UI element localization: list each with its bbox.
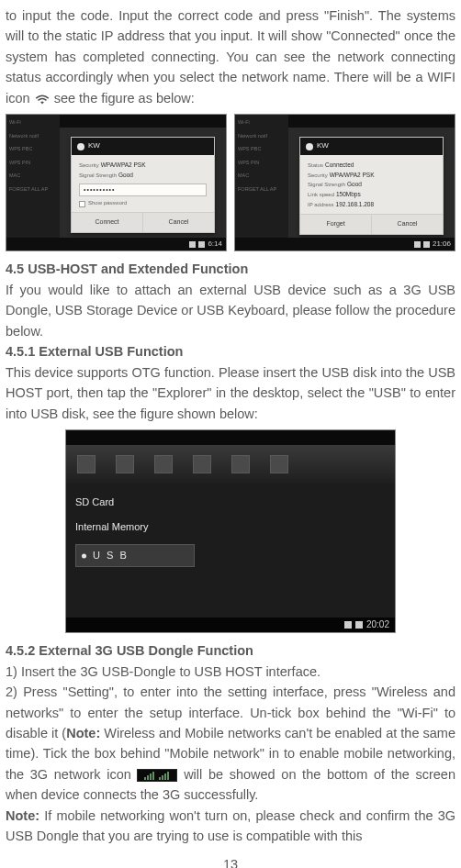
speed-value: 150Mbps <box>336 191 361 197</box>
wifi-icon <box>34 93 51 106</box>
security-label: Security <box>79 162 99 168</box>
note-text: If mobile networking won't turn on, plea… <box>6 808 455 843</box>
explorer-tab[interactable] <box>77 455 96 473</box>
signal-label: Signal Strength <box>79 172 117 178</box>
status-icon <box>355 621 363 629</box>
show-password-label: Show password <box>88 199 127 207</box>
left-item: MAC <box>9 172 57 180</box>
tab-icon <box>116 455 134 473</box>
signal-value: Good <box>347 181 362 187</box>
signal-bars-icon <box>159 772 169 780</box>
status-bar-bottom: 20:02 <box>66 618 395 632</box>
para-4-5: If you would like to attach an external … <box>6 280 455 341</box>
security-value: WPA/WPA2 PSK <box>330 172 375 178</box>
left-item: MAC <box>238 172 286 180</box>
status-bar-top <box>66 430 395 445</box>
wifi-connect-screenshot: Wi-Fi Network notif WPS PBC WPS PIN MAC … <box>6 114 227 251</box>
heading-4-5: 4.5 USB-HOST and Extended Function <box>6 259 455 279</box>
security-label: Security <box>308 172 328 178</box>
info-icon <box>306 143 313 150</box>
status-label: Status <box>308 162 323 168</box>
status-icon <box>423 241 430 248</box>
explorer-tab[interactable] <box>193 455 211 473</box>
password-input[interactable]: •••••••••• <box>79 184 207 196</box>
left-item: Network notif <box>238 132 286 140</box>
explorer-tab[interactable] <box>270 455 288 473</box>
para-4-5-1: This device supports OTG function. Pleas… <box>6 362 455 424</box>
status-time: 21:06 <box>433 239 451 250</box>
wifi-connected-screenshot: Wi-Fi Network notif WPS PBC WPS PIN MAC … <box>234 114 455 251</box>
wifi-dialog: KW Security WPA/WPA2 PSK Signal Strength… <box>71 137 215 232</box>
left-item: Wi-Fi <box>238 118 286 127</box>
sidebar-item-sdcard[interactable]: SD Card <box>75 495 195 510</box>
tab-icon <box>154 455 173 473</box>
left-item: WPS PBC <box>9 145 57 153</box>
status-icon <box>198 241 205 248</box>
explorer-tab[interactable] <box>154 455 173 473</box>
note-label: Note: <box>66 726 100 740</box>
cancel-button[interactable]: Cancel <box>142 213 214 232</box>
wifi-screenshot-row: Wi-Fi Network notif WPS PBC WPS PIN MAC … <box>6 114 455 251</box>
checkbox-icon[interactable] <box>79 201 85 207</box>
status-icon <box>344 621 352 629</box>
status-time: 20:02 <box>366 618 389 632</box>
status-bar-bottom: 21:06 <box>235 238 455 250</box>
ip-label: IP address <box>308 202 334 207</box>
dialog-header: KW <box>72 138 214 154</box>
heading-4-5-2: 4.5.2 External 3G USB Dongle Function <box>6 640 455 661</box>
wifi-left-panel: Wi-Fi Network notif WPS PBC WPS PIN MAC … <box>235 115 288 250</box>
dialog-actions: Connect Cancel <box>72 212 214 232</box>
dialog-actions: Forget Cancel <box>300 214 443 234</box>
explorer-tab[interactable] <box>231 455 250 473</box>
tab-icon <box>231 455 250 473</box>
sidebar-item-internal[interactable]: Internal Memory <box>75 519 195 535</box>
explorer-sidebar: SD Card Internal Memory U S B <box>75 495 195 567</box>
show-password-row[interactable]: Show password <box>79 199 207 207</box>
status-time: 6:14 <box>208 239 222 250</box>
para-4-5-2-step1: 1) Insert the 3G USB-Dongle to USB HOST … <box>6 662 455 682</box>
speed-label: Link speed <box>308 192 334 197</box>
para-4-5-2-note: Note: If mobile networking won't turn on… <box>6 806 455 847</box>
note-label: Note: <box>6 808 39 823</box>
dialog-body: Status Connected Security WPA/WPA2 PSK S… <box>300 155 443 214</box>
sidebar-item-usb[interactable]: U S B <box>75 544 195 567</box>
left-item: WPS PIN <box>238 159 286 167</box>
connect-button[interactable]: Connect <box>72 213 142 232</box>
signal-bars-icon <box>144 772 154 780</box>
dialog-header: KW <box>300 138 443 154</box>
wifi-left-panel: Wi-Fi Network notif WPS PBC WPS PIN MAC … <box>6 115 60 250</box>
explorer-tabbar <box>66 445 395 484</box>
left-item: Wi-Fi <box>9 118 57 127</box>
intro-text-b: see the figure as below: <box>54 91 195 106</box>
tab-icon <box>193 455 211 473</box>
mobile-network-icon <box>137 769 177 782</box>
ip-value: 192.168.1.208 <box>336 201 375 207</box>
info-icon <box>77 143 84 150</box>
signal-value: Good <box>118 172 133 178</box>
left-item: WPS PIN <box>9 159 57 167</box>
left-item: FORGET ALL AP <box>9 185 57 194</box>
status-value: Connected <box>325 161 354 168</box>
dialog-title: KW <box>317 140 329 151</box>
security-value: WPA/WPA2 PSK <box>101 161 146 168</box>
intro-paragraph: to input the code. Input the correct cod… <box>6 6 455 108</box>
cancel-button[interactable]: Cancel <box>371 215 443 234</box>
forget-button[interactable]: Forget <box>300 215 371 234</box>
left-item: FORGET ALL AP <box>238 185 286 194</box>
left-item: Network notif <box>9 132 57 140</box>
wifi-dialog: KW Status Connected Security WPA/WPA2 PS… <box>299 137 444 234</box>
left-item: WPS PBC <box>238 145 286 153</box>
explorer-tab[interactable] <box>116 455 134 473</box>
tab-icon <box>77 455 96 473</box>
status-icon <box>189 241 196 248</box>
status-icon <box>414 241 421 248</box>
status-bar-bottom: 6:14 <box>6 238 226 250</box>
page-number: 13 <box>6 854 455 868</box>
dialog-title: KW <box>88 140 100 151</box>
explorer-screenshot: SD Card Internal Memory U S B 20:02 <box>65 429 396 633</box>
dialog-body: Security WPA/WPA2 PSK Signal Strength Go… <box>72 155 214 212</box>
signal-label: Signal Strength <box>308 182 345 187</box>
heading-4-5-1: 4.5.1 External USB Function <box>6 341 455 362</box>
para-4-5-2-step2: 2) Press "Setting", to enter into the se… <box>6 682 455 806</box>
tab-icon <box>270 455 288 473</box>
